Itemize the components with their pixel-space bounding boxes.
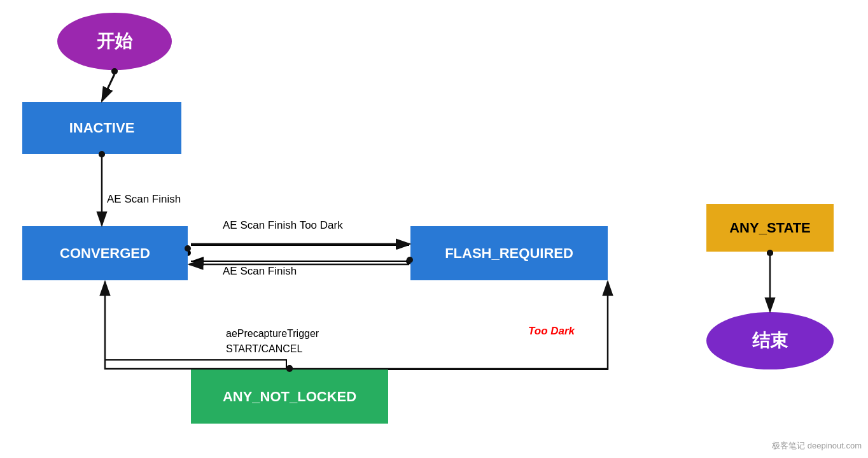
start-label: 开始 [97, 29, 132, 54]
inactive-label: INACTIVE [69, 120, 135, 136]
converged-state: CONVERGED [22, 226, 188, 280]
end-label: 结束 [752, 329, 788, 353]
flash-required-label: FLASH_REQUIRED [445, 245, 573, 262]
end-ellipse: 结束 [706, 312, 834, 369]
any-not-locked-state: ANY_NOT_LOCKED [191, 369, 388, 424]
label-too-dark-1: Too Dark [300, 219, 343, 231]
label-ae-scan-finish-1: AE Scan Finish [107, 193, 181, 206]
any-not-locked-label: ANY_NOT_LOCKED [223, 389, 356, 405]
label-ae-scan-finish-3: AE Scan Finish [223, 265, 297, 278]
label-too-dark-2: Too Dark [528, 325, 575, 338]
diagram-container: 开始 INACTIVE CONVERGED FLASH_REQUIRED ANY… [0, 0, 868, 458]
start-ellipse: 开始 [57, 13, 172, 70]
watermark: 极客笔记 deepinout.com [772, 440, 862, 452]
svg-line-16 [102, 75, 115, 101]
svg-line-3 [102, 73, 115, 101]
any-state-box: ANY_STATE [706, 204, 834, 252]
label-ae-precapture: aePrecaptureTrigger START/CANCEL [226, 326, 319, 357]
any-state-label: ANY_STATE [729, 220, 811, 236]
converged-label: CONVERGED [60, 245, 150, 262]
inactive-state: INACTIVE [22, 102, 181, 154]
flash-required-state: FLASH_REQUIRED [410, 226, 608, 280]
label-ae-scan-finish-2: AE Scan Finish Too Dark [223, 219, 343, 232]
